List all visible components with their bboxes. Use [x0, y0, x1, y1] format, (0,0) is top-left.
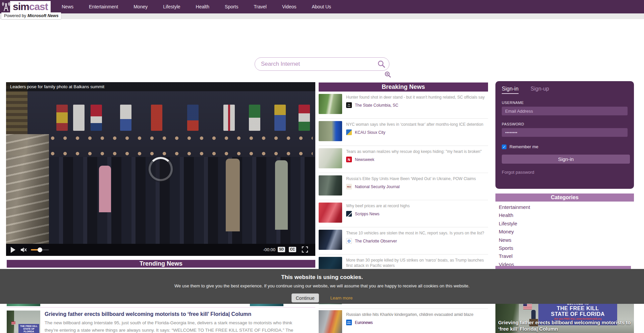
sd-badge[interactable]: SD: [278, 247, 285, 252]
thumb-us-flag: [11, 322, 15, 325]
flag: [187, 105, 199, 131]
card-us-flag: [523, 303, 532, 309]
flag: [249, 105, 260, 131]
play-icon[interactable]: [11, 247, 15, 253]
nav-videos[interactable]: Videos: [282, 4, 297, 9]
search-input[interactable]: [255, 57, 389, 71]
figure-pink-jacket: [99, 166, 111, 213]
the-state-logo: The State: [346, 102, 352, 108]
video-caption: Leaders pose for family photo at Balkans…: [6, 82, 315, 91]
breaking-item[interactable]: Russia’s Elite Spy Units Have Been ‘Wipe…: [319, 173, 488, 200]
breaking-item[interactable]: Why beef prices are at record highs Scri…: [319, 200, 488, 227]
category-travel[interactable]: Travel: [499, 252, 630, 260]
antenna-icon: [2, 2, 10, 12]
category-money[interactable]: Money: [499, 228, 630, 236]
article-headline: More than 30 people killed by US strikes…: [346, 258, 488, 268]
nav-about-us[interactable]: About Us: [312, 4, 331, 9]
nav-entertainment[interactable]: Entertainment: [89, 4, 118, 9]
article-headline: Why beef prices are at record highs: [346, 203, 488, 209]
article-headline: These 10 vehicles are stolen the most in…: [346, 230, 488, 236]
simcast-logo[interactable]: simcast: [10, 1, 51, 12]
continue-button[interactable]: Continue: [291, 293, 319, 302]
signin-tabs: Sign-in Sign-up: [502, 86, 628, 94]
categories-list: Entertainment Health Lifestyle Money New…: [499, 203, 630, 269]
breaking-item[interactable]: Tears as woman realizes why rescue dog k…: [319, 146, 488, 173]
category-news[interactable]: News: [499, 236, 630, 244]
nav-news[interactable]: News: [62, 4, 73, 9]
flag: [91, 105, 102, 131]
flag: [299, 105, 310, 131]
newsweek-logo: N: [346, 157, 352, 162]
article-source: National Security Journal: [355, 184, 399, 189]
password-label: PASSWORD: [502, 122, 628, 126]
remember-me-label: Remember me: [509, 144, 538, 149]
flag: [56, 105, 68, 131]
thumb-billboard-text: THE FREE KILL STATE OF FLORIDA: [18, 324, 39, 333]
nav-sports[interactable]: Sports: [225, 4, 238, 9]
breaking-item[interactable]: NYC woman says she lives in ‘constant fe…: [319, 119, 488, 146]
article-thumbnail: [319, 121, 342, 141]
volume-slider[interactable]: [31, 249, 49, 251]
flag: [274, 105, 286, 131]
username-label: USERNAME: [502, 101, 628, 105]
trending-article-body: The new billboard along Interstate 95, j…: [45, 319, 300, 333]
tab-sign-in[interactable]: Sign-in: [502, 86, 519, 94]
video-player[interactable]: Leaders pose for family photo at Balkans…: [6, 82, 315, 256]
email-field[interactable]: [502, 107, 628, 115]
article-headline: Tears as woman realizes why rescue dog k…: [346, 149, 488, 154]
volume-knob[interactable]: [38, 247, 42, 252]
password-field[interactable]: [502, 128, 628, 137]
crowd-front-row: [50, 152, 313, 156]
categories-header: Categories: [495, 193, 634, 202]
category-lifestyle[interactable]: Lifestyle: [499, 220, 630, 228]
breaking-news-header: Breaking News: [319, 82, 488, 92]
euronews-logo: euro news.: [346, 320, 352, 325]
search-icon[interactable]: [377, 60, 385, 68]
nav-health[interactable]: Health: [196, 4, 209, 9]
nsj-logo: NSJ: [346, 184, 352, 189]
page: simcast Powered by Microsoft News News E…: [0, 0, 644, 333]
category-health[interactable]: Health: [499, 211, 630, 219]
article-source: KCAU Sioux City: [355, 130, 385, 135]
remember-me-checkbox[interactable]: ✓: [502, 145, 506, 149]
nav-lifestyle[interactable]: Lifestyle: [163, 4, 180, 9]
signin-panel: Sign-in Sign-up USERNAME PASSWORD ✓ Reme…: [495, 81, 634, 189]
learn-more-link[interactable]: Learn more: [330, 295, 353, 300]
powered-brand: Microsoft News: [28, 13, 58, 18]
header-substrip: [0, 13, 644, 19]
remember-me-row: ✓ Remember me: [502, 144, 628, 149]
cookie-title: This website is using cookies.: [0, 274, 644, 281]
tab-sign-up[interactable]: Sign-up: [531, 86, 549, 94]
logo-sim: sim: [13, 1, 29, 12]
nav-travel[interactable]: Travel: [254, 4, 267, 9]
cc-badge[interactable]: CC: [289, 247, 296, 252]
figure-gray-suit: [275, 160, 288, 230]
category-sports[interactable]: Sports: [499, 244, 630, 252]
article-headline: Russia’s Elite Spy Units Have Been ‘Wipe…: [346, 176, 488, 181]
kcau-logo: [346, 129, 352, 135]
fullscreen-icon[interactable]: [302, 246, 308, 253]
zoom-in-icon[interactable]: [384, 71, 391, 78]
breaking-item[interactable]: Russian strike hits Kharkiv kindergarten…: [319, 310, 488, 325]
article-headline: NYC woman says she lives in ‘constant fe…: [346, 122, 488, 127]
trending-article[interactable]: THE FREE KILL STATE OF FLORIDA Grieving …: [7, 310, 315, 333]
sign-in-button[interactable]: Sign-in: [502, 155, 630, 164]
forgot-password-link[interactable]: Forgot password: [502, 170, 534, 175]
breaking-item[interactable]: Hunter found shot in deer stand - but it…: [319, 92, 488, 119]
article-source: Newsweek: [355, 157, 374, 162]
main-nav: News Entertainment Money Lifestyle Healt…: [62, 0, 331, 13]
article-headline: Russian strike hits Kharkiv kindergarten…: [346, 312, 488, 317]
article-source: Scripps News: [355, 212, 379, 216]
powered-by-badge: Powered by Microsoft News: [1, 12, 61, 19]
article-source: The State Columbia, SC: [355, 103, 398, 108]
billboard-thumbnail: THE FREE KILL STATE OF FLORIDA: [7, 311, 40, 333]
featured-image-card[interactable]: WELCOME TO THE FREE KILL STATE OF FLORID…: [495, 300, 634, 333]
video-staircase-steps: [6, 134, 49, 256]
muted-volume-icon[interactable]: [20, 246, 27, 253]
flag: [120, 105, 131, 131]
nav-money[interactable]: Money: [133, 4, 148, 9]
category-entertainment[interactable]: Entertainment: [499, 203, 630, 211]
breaking-item[interactable]: These 10 vehicles are stolen the most in…: [319, 227, 488, 255]
article-headline: Hunter found shot in deer stand - but it…: [346, 95, 488, 100]
video-time: -00:00: [263, 247, 275, 252]
